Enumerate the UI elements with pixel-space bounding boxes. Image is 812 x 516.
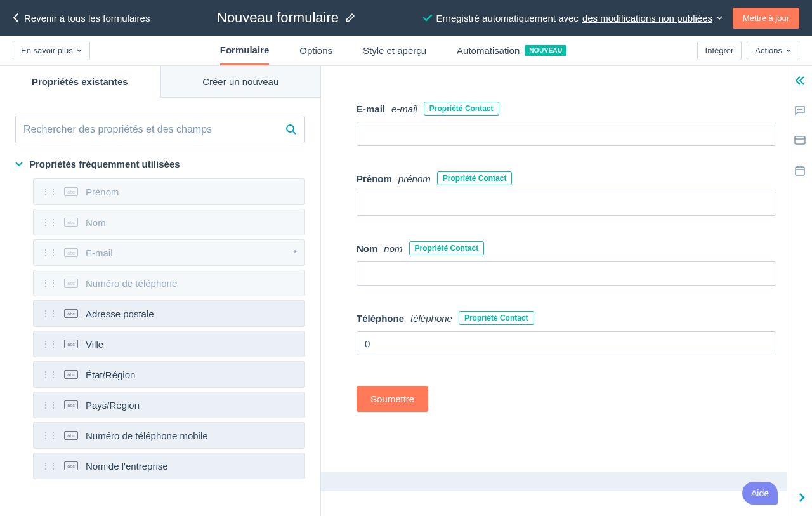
field-input[interactable]: [357, 331, 776, 355]
save-status: Enregistré automatiquement avec des modi…: [422, 13, 723, 23]
svg-point-0: [287, 125, 294, 132]
caret-down-icon[interactable]: [716, 16, 723, 20]
property-label: Pays/Région: [86, 400, 140, 411]
text-field-icon: abc: [64, 431, 78, 440]
property-item[interactable]: ⋮⋮ abc Adresse postale: [33, 300, 305, 327]
field-input[interactable]: [357, 192, 776, 216]
submit-button[interactable]: Soumettre: [357, 386, 428, 412]
help-button[interactable]: Aide: [742, 482, 778, 505]
toolbar-right: Intégrer Actions: [697, 41, 799, 60]
field-slug: téléphone: [410, 313, 452, 324]
text-field-icon: abc: [64, 461, 78, 470]
learn-more-label: En savoir plus: [21, 46, 73, 55]
svg-line-1: [293, 131, 296, 134]
property-label: E-mail: [86, 248, 113, 258]
actions-button[interactable]: Actions: [747, 41, 799, 60]
contact-property-tag: Propriété Contact: [409, 241, 485, 255]
drag-handle-icon: ⋮⋮: [41, 248, 56, 258]
drag-handle-icon[interactable]: ⋮⋮: [41, 400, 56, 410]
chevron-left-icon: [13, 13, 19, 23]
unpublished-link[interactable]: des modifications non publiées: [582, 13, 712, 23]
comment-icon[interactable]: [794, 105, 806, 116]
search-wrap: [0, 98, 320, 159]
field-label: Prénom: [357, 173, 392, 184]
tab-style[interactable]: Style et aperçu: [363, 36, 426, 65]
collapse-icon[interactable]: [794, 76, 806, 85]
property-item[interactable]: ⋮⋮ abc Nom de l'entreprise: [33, 453, 305, 479]
calendar-icon[interactable]: [794, 165, 806, 176]
field-slug: prénom: [398, 173, 431, 184]
field-slug: nom: [384, 243, 402, 254]
contact-property-tag: Propriété Contact: [459, 311, 534, 325]
sidebar: Propriétés existantes Créer un nouveau P…: [0, 66, 321, 516]
property-item[interactable]: ⋮⋮ abc Pays/Région: [33, 392, 305, 418]
property-list: ⋮⋮ abc Prénom ⋮⋮ abc Nom ⋮⋮ abc E-mail *…: [0, 178, 320, 483]
text-field-icon: abc: [64, 218, 78, 227]
text-field-icon: abc: [64, 279, 78, 288]
page-title: Nouveau formulaire: [217, 10, 339, 26]
check-icon: [422, 13, 433, 23]
drag-handle-icon[interactable]: ⋮⋮: [41, 461, 56, 471]
required-indicator: *: [293, 248, 297, 258]
drag-handle-icon: ⋮⋮: [41, 217, 56, 227]
form-field: Téléphone téléphone Propriété Contact: [357, 311, 776, 355]
tab-options[interactable]: Options: [299, 36, 332, 65]
tab-automation[interactable]: Automatisation NOUVEAU: [457, 36, 566, 65]
property-item: ⋮⋮ abc Numéro de téléphone: [33, 270, 305, 296]
actions-label: Actions: [755, 46, 782, 55]
sidebar-tabs: Propriétés existantes Créer un nouveau: [0, 66, 320, 98]
tab-create-new[interactable]: Créer un nouveau: [160, 66, 321, 98]
new-badge: NOUVEAU: [525, 45, 566, 56]
search-box[interactable]: [15, 116, 305, 143]
svg-point-2: [797, 109, 799, 110]
property-item: ⋮⋮ abc Nom: [33, 209, 305, 235]
form-panel: E-mail e-mail Propriété Contact Prénom p…: [321, 66, 812, 472]
tab-formulaire[interactable]: Formulaire: [220, 36, 270, 65]
form-field: E-mail e-mail Propriété Contact: [357, 102, 776, 146]
bottom-panel: [321, 491, 812, 516]
field-input[interactable]: [357, 261, 776, 286]
text-field-icon: abc: [64, 370, 78, 379]
card-icon[interactable]: [794, 136, 806, 145]
contact-property-tag: Propriété Contact: [437, 171, 513, 185]
field-input[interactable]: [357, 122, 776, 146]
svg-point-3: [799, 109, 801, 110]
caret-down-icon: [77, 49, 82, 52]
main-nav: Formulaire Options Style et aperçu Autom…: [90, 36, 697, 65]
text-field-icon: abc: [64, 248, 78, 257]
drag-handle-icon[interactable]: ⋮⋮: [41, 308, 56, 319]
back-link[interactable]: Revenir à tous les formulaires: [13, 13, 150, 23]
update-button[interactable]: Mettre à jour: [733, 8, 799, 29]
text-field-icon: abc: [64, 340, 78, 348]
search-input[interactable]: [23, 124, 285, 135]
section-header[interactable]: Propriétés fréquemment utilisées: [0, 159, 320, 178]
top-bar: Revenir à tous les formulaires Nouveau f…: [0, 0, 812, 36]
property-item[interactable]: ⋮⋮ abc Numéro de téléphone mobile: [33, 422, 305, 449]
form-field: Nom nom Propriété Contact: [357, 241, 776, 286]
drag-handle-icon[interactable]: ⋮⋮: [41, 369, 56, 380]
property-label: Prénom: [86, 187, 119, 197]
search-icon[interactable]: [285, 124, 297, 135]
form-field: Prénom prénom Propriété Contact: [357, 171, 776, 216]
field-slug: e-mail: [391, 103, 417, 114]
toolbar: En savoir plus Formulaire Options Style …: [0, 36, 812, 66]
svg-point-4: [801, 109, 802, 110]
integrate-button[interactable]: Intégrer: [697, 41, 742, 60]
drag-handle-icon[interactable]: ⋮⋮: [41, 339, 56, 349]
pencil-icon[interactable]: [345, 13, 355, 23]
main-area: Propriétés existantes Créer un nouveau P…: [0, 66, 812, 516]
learn-more-button[interactable]: En savoir plus: [13, 41, 90, 60]
property-item[interactable]: ⋮⋮ abc État/Région: [33, 361, 305, 388]
property-label: État/Région: [86, 369, 135, 380]
field-label-row: Nom nom Propriété Contact: [357, 241, 776, 255]
field-label-row: Téléphone téléphone Propriété Contact: [357, 311, 776, 325]
caret-down-icon: [786, 49, 791, 52]
drag-handle-icon[interactable]: ⋮⋮: [41, 430, 56, 440]
form-canvas: E-mail e-mail Propriété Contact Prénom p…: [321, 66, 812, 516]
drag-handle-icon: ⋮⋮: [41, 278, 56, 288]
tab-existing-properties[interactable]: Propriétés existantes: [0, 66, 160, 98]
chevron-right-icon[interactable]: [798, 492, 806, 503]
svg-rect-7: [796, 167, 804, 175]
property-item[interactable]: ⋮⋮ abc Ville: [33, 331, 305, 357]
tab-automation-label: Automatisation: [457, 45, 520, 56]
